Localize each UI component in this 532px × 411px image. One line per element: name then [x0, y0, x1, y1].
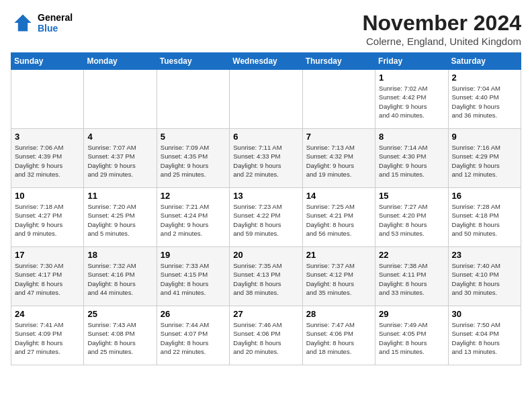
day-info: Sunrise: 7:16 AM Sunset: 4:29 PM Dayligh… [452, 143, 517, 179]
day-number: 19 [161, 250, 226, 260]
day-info: Sunrise: 7:41 AM Sunset: 4:09 PM Dayligh… [15, 320, 80, 356]
weekday-header-cell: Sunday [11, 53, 84, 70]
calendar-cell: 1Sunrise: 7:02 AM Sunset: 4:42 PM Daylig… [375, 70, 448, 129]
day-number: 10 [15, 191, 80, 201]
day-info: Sunrise: 7:43 AM Sunset: 4:08 PM Dayligh… [87, 320, 152, 356]
day-number: 11 [87, 191, 152, 201]
weekday-header-cell: Tuesday [157, 53, 229, 70]
weekday-header-cell: Wednesday [230, 53, 302, 70]
calendar-cell: 27Sunrise: 7:46 AM Sunset: 4:06 PM Dayli… [230, 306, 302, 365]
calendar-cell: 25Sunrise: 7:43 AM Sunset: 4:08 PM Dayli… [84, 306, 157, 365]
calendar-cell: 3Sunrise: 7:06 AM Sunset: 4:39 PM Daylig… [11, 129, 84, 188]
day-info: Sunrise: 7:27 AM Sunset: 4:20 PM Dayligh… [379, 202, 444, 238]
day-number: 13 [233, 191, 298, 201]
calendar-cell: 28Sunrise: 7:47 AM Sunset: 4:06 PM Dayli… [302, 306, 375, 365]
calendar-table: SundayMondayTuesdayWednesdayThursdayFrid… [11, 52, 521, 365]
day-number: 5 [161, 132, 226, 142]
calendar-cell [11, 70, 84, 129]
calendar-week-row: 1Sunrise: 7:02 AM Sunset: 4:42 PM Daylig… [11, 70, 521, 129]
calendar-week-row: 17Sunrise: 7:30 AM Sunset: 4:17 PM Dayli… [11, 247, 521, 306]
day-info: Sunrise: 7:50 AM Sunset: 4:04 PM Dayligh… [452, 320, 517, 356]
logo: General Blue [11, 11, 73, 35]
day-number: 3 [15, 132, 80, 142]
weekday-header-cell: Thursday [302, 53, 375, 70]
day-info: Sunrise: 7:09 AM Sunset: 4:35 PM Dayligh… [161, 143, 226, 179]
day-info: Sunrise: 7:30 AM Sunset: 4:17 PM Dayligh… [15, 261, 80, 297]
calendar-cell [84, 70, 157, 129]
day-info: Sunrise: 7:49 AM Sunset: 4:05 PM Dayligh… [379, 320, 444, 356]
day-info: Sunrise: 7:28 AM Sunset: 4:18 PM Dayligh… [452, 202, 517, 238]
day-info: Sunrise: 7:32 AM Sunset: 4:16 PM Dayligh… [87, 261, 152, 297]
day-info: Sunrise: 7:04 AM Sunset: 4:40 PM Dayligh… [452, 84, 517, 120]
day-number: 21 [306, 250, 371, 260]
day-number: 15 [379, 191, 444, 201]
day-info: Sunrise: 7:40 AM Sunset: 4:10 PM Dayligh… [452, 261, 517, 297]
day-info: Sunrise: 7:46 AM Sunset: 4:06 PM Dayligh… [233, 320, 298, 356]
weekday-header-row: SundayMondayTuesdayWednesdayThursdayFrid… [11, 53, 521, 70]
day-info: Sunrise: 7:21 AM Sunset: 4:24 PM Dayligh… [161, 202, 226, 238]
day-number: 20 [233, 250, 298, 260]
calendar-cell: 14Sunrise: 7:25 AM Sunset: 4:21 PM Dayli… [302, 188, 375, 247]
day-info: Sunrise: 7:11 AM Sunset: 4:33 PM Dayligh… [233, 143, 298, 179]
day-number: 16 [452, 191, 517, 201]
day-info: Sunrise: 7:23 AM Sunset: 4:22 PM Dayligh… [233, 202, 298, 238]
calendar-cell [157, 70, 229, 129]
day-info: Sunrise: 7:25 AM Sunset: 4:21 PM Dayligh… [306, 202, 371, 238]
day-info: Sunrise: 7:47 AM Sunset: 4:06 PM Dayligh… [306, 320, 371, 356]
day-info: Sunrise: 7:14 AM Sunset: 4:30 PM Dayligh… [379, 143, 444, 179]
day-info: Sunrise: 7:38 AM Sunset: 4:11 PM Dayligh… [379, 261, 444, 297]
title-area: November 2024 Colerne, England, United K… [362, 11, 521, 47]
day-number: 26 [161, 309, 226, 319]
calendar-cell: 24Sunrise: 7:41 AM Sunset: 4:09 PM Dayli… [11, 306, 84, 365]
calendar-cell: 23Sunrise: 7:40 AM Sunset: 4:10 PM Dayli… [448, 247, 521, 306]
day-number: 2 [452, 73, 517, 83]
calendar-week-row: 10Sunrise: 7:18 AM Sunset: 4:27 PM Dayli… [11, 188, 521, 247]
day-info: Sunrise: 7:13 AM Sunset: 4:32 PM Dayligh… [306, 143, 371, 179]
calendar-cell: 19Sunrise: 7:33 AM Sunset: 4:15 PM Dayli… [157, 247, 229, 306]
day-number: 25 [87, 309, 152, 319]
day-info: Sunrise: 7:33 AM Sunset: 4:15 PM Dayligh… [161, 261, 226, 297]
calendar-cell: 7Sunrise: 7:13 AM Sunset: 4:32 PM Daylig… [302, 129, 375, 188]
location: Colerne, England, United Kingdom [362, 36, 521, 47]
day-number: 22 [379, 250, 444, 260]
calendar-cell: 4Sunrise: 7:07 AM Sunset: 4:37 PM Daylig… [84, 129, 157, 188]
calendar-week-row: 3Sunrise: 7:06 AM Sunset: 4:39 PM Daylig… [11, 129, 521, 188]
day-number: 29 [379, 309, 444, 319]
calendar-cell: 16Sunrise: 7:28 AM Sunset: 4:18 PM Dayli… [448, 188, 521, 247]
calendar-body: 1Sunrise: 7:02 AM Sunset: 4:42 PM Daylig… [11, 70, 521, 365]
day-number: 18 [87, 250, 152, 260]
day-number: 1 [379, 73, 444, 83]
day-info: Sunrise: 7:44 AM Sunset: 4:07 PM Dayligh… [161, 320, 226, 356]
day-info: Sunrise: 7:35 AM Sunset: 4:13 PM Dayligh… [233, 261, 298, 297]
weekday-header-cell: Friday [375, 53, 448, 70]
calendar-cell: 5Sunrise: 7:09 AM Sunset: 4:35 PM Daylig… [157, 129, 229, 188]
day-number: 8 [379, 132, 444, 142]
calendar-cell: 8Sunrise: 7:14 AM Sunset: 4:30 PM Daylig… [375, 129, 448, 188]
day-number: 28 [306, 309, 371, 319]
calendar-cell: 29Sunrise: 7:49 AM Sunset: 4:05 PM Dayli… [375, 306, 448, 365]
day-info: Sunrise: 7:06 AM Sunset: 4:39 PM Dayligh… [15, 143, 80, 179]
calendar-week-row: 24Sunrise: 7:41 AM Sunset: 4:09 PM Dayli… [11, 306, 521, 365]
calendar-cell: 21Sunrise: 7:37 AM Sunset: 4:12 PM Dayli… [302, 247, 375, 306]
calendar-cell: 20Sunrise: 7:35 AM Sunset: 4:13 PM Dayli… [230, 247, 302, 306]
calendar-cell: 26Sunrise: 7:44 AM Sunset: 4:07 PM Dayli… [157, 306, 229, 365]
day-number: 17 [15, 250, 80, 260]
day-number: 9 [452, 132, 517, 142]
month-title: November 2024 [362, 11, 521, 36]
day-number: 14 [306, 191, 371, 201]
day-info: Sunrise: 7:07 AM Sunset: 4:37 PM Dayligh… [87, 143, 152, 179]
calendar-cell: 22Sunrise: 7:38 AM Sunset: 4:11 PM Dayli… [375, 247, 448, 306]
day-number: 4 [87, 132, 152, 142]
weekday-header-cell: Monday [84, 53, 157, 70]
day-number: 6 [233, 132, 298, 142]
day-number: 12 [161, 191, 226, 201]
calendar-cell [230, 70, 302, 129]
calendar-cell [302, 70, 375, 129]
day-number: 27 [233, 309, 298, 319]
weekday-header-cell: Saturday [448, 53, 521, 70]
calendar-cell: 6Sunrise: 7:11 AM Sunset: 4:33 PM Daylig… [230, 129, 302, 188]
logo-text: General Blue [38, 12, 73, 34]
calendar-cell: 18Sunrise: 7:32 AM Sunset: 4:16 PM Dayli… [84, 247, 157, 306]
calendar-cell: 17Sunrise: 7:30 AM Sunset: 4:17 PM Dayli… [11, 247, 84, 306]
calendar-cell: 11Sunrise: 7:20 AM Sunset: 4:25 PM Dayli… [84, 188, 157, 247]
